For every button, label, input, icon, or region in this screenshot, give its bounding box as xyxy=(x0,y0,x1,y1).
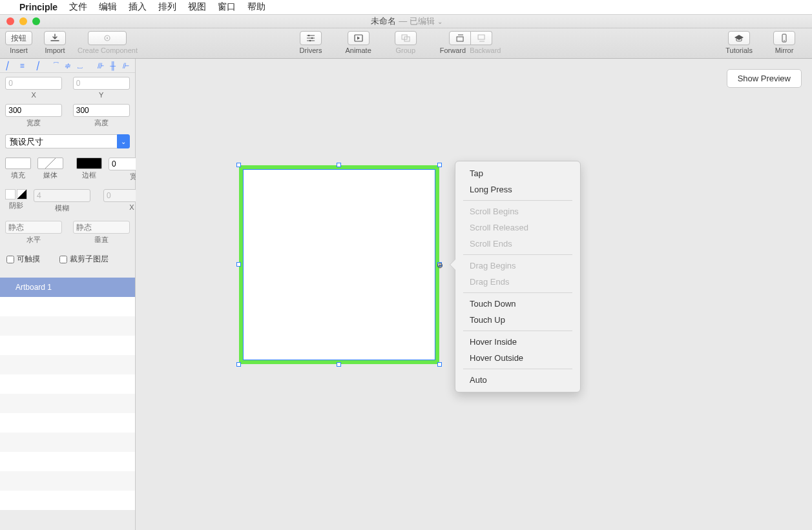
border-swatch[interactable] xyxy=(76,158,102,169)
chevron-down-icon[interactable]: ⌄ xyxy=(117,134,130,148)
backward-label: Backward xyxy=(470,46,501,54)
chevron-down-icon[interactable]: ⌄ xyxy=(437,18,442,25)
distribute-center-icon[interactable]: ╫ xyxy=(107,61,119,70)
y-input[interactable] xyxy=(73,77,130,90)
toolbar-insert: 按钮 Insert xyxy=(5,31,32,54)
group-button[interactable] xyxy=(395,31,417,45)
close-icon[interactable] xyxy=(6,17,14,25)
import-button[interactable] xyxy=(44,31,66,45)
align-center-v-icon[interactable]: ≑ xyxy=(62,61,74,70)
trigger-drag-ends: Drag Ends xyxy=(455,274,580,290)
shadow-color[interactable] xyxy=(17,189,27,199)
animate-button[interactable] xyxy=(348,31,370,45)
toolbar-order: Forward Backward xyxy=(440,31,501,54)
resize-handle-n[interactable] xyxy=(337,163,341,167)
layer-artboard-1[interactable]: Artboard 1 xyxy=(0,278,135,297)
shadow-checkbox[interactable] xyxy=(5,189,16,199)
h-scroll-label: 水平 xyxy=(26,235,41,245)
resize-handle-nw[interactable] xyxy=(236,163,241,167)
height-label: 高度 xyxy=(94,118,109,128)
width-label: 宽度 xyxy=(26,118,41,128)
trigger-long-press[interactable]: Long Press xyxy=(455,181,580,198)
align-left-icon[interactable]: ▏ xyxy=(4,61,16,70)
svg-rect-8 xyxy=(457,37,463,41)
list-item xyxy=(0,336,135,355)
trigger-auto[interactable]: Auto xyxy=(455,372,580,388)
distribute-h-icon[interactable]: ⊪ xyxy=(94,61,106,70)
resize-handle-sw[interactable] xyxy=(236,362,241,367)
fill-swatch[interactable] xyxy=(5,158,31,169)
trigger-hover-inside[interactable]: Hover Inside xyxy=(455,334,580,350)
svg-point-3 xyxy=(311,37,313,39)
shadow-label: 阴影 xyxy=(9,201,23,210)
trigger-hover-outside[interactable]: Hover Outside xyxy=(455,350,580,366)
trigger-touch-down[interactable]: Touch Down xyxy=(455,296,580,312)
height-input[interactable] xyxy=(73,104,130,117)
clip-checkbox[interactable]: 裁剪子图层 xyxy=(59,254,109,265)
menu-edit[interactable]: 编辑 xyxy=(99,1,117,13)
drivers-button[interactable] xyxy=(300,31,322,45)
menu-view[interactable]: 视图 xyxy=(188,1,206,13)
separator xyxy=(463,254,572,255)
align-right-icon[interactable]: ▕ xyxy=(29,61,41,70)
preset-select[interactable]: 预设尺寸 xyxy=(5,134,117,148)
trigger-scroll-begins: Scroll Begins xyxy=(455,203,580,219)
align-center-h-icon[interactable]: ≡ xyxy=(17,61,28,70)
tutorials-button[interactable] xyxy=(728,31,750,45)
import-icon xyxy=(50,34,60,43)
mirror-button[interactable] xyxy=(773,31,795,45)
zoom-icon[interactable] xyxy=(32,17,40,25)
toolbar: 按钮 Insert Import Create Component Driver… xyxy=(0,28,812,59)
resize-handle-s[interactable] xyxy=(337,362,341,367)
resize-handle-ne[interactable] xyxy=(437,163,442,167)
drivers-icon xyxy=(306,34,316,43)
phone-icon xyxy=(779,34,789,43)
list-item xyxy=(0,355,135,374)
create-component-label: Create Component xyxy=(78,46,138,54)
touchable-checkbox[interactable]: 可触摸 xyxy=(6,254,40,265)
app-name[interactable]: Principle xyxy=(19,2,57,12)
menu-window[interactable]: 窗口 xyxy=(218,1,236,13)
trigger-scroll-ends: Scroll Ends xyxy=(455,236,580,252)
minimize-icon[interactable] xyxy=(19,17,27,25)
align-top-icon[interactable]: ⎴ xyxy=(49,61,61,70)
group-icon xyxy=(401,34,411,43)
x-input[interactable] xyxy=(5,77,62,90)
forward-button[interactable] xyxy=(449,31,471,45)
canvas[interactable]: Show Preview ⊕ Tap Long Press Scroll Beg… xyxy=(136,59,812,530)
align-bottom-icon[interactable]: ⎵ xyxy=(74,61,86,70)
inspector: X Y 宽度 高度 xyxy=(0,73,135,278)
width-input[interactable] xyxy=(5,104,62,117)
trigger-touch-up[interactable]: Touch Up xyxy=(455,312,580,328)
show-preview-button[interactable]: Show Preview xyxy=(727,69,802,88)
menu-insert[interactable]: 插入 xyxy=(129,1,147,13)
resize-handle-w[interactable] xyxy=(236,262,241,267)
toolbar-group: Group xyxy=(395,31,417,54)
shadow-size-input xyxy=(34,189,90,202)
import-label: Import xyxy=(45,46,65,54)
trigger-tap[interactable]: Tap xyxy=(455,165,580,181)
menu-help[interactable]: 帮助 xyxy=(247,1,265,13)
svg-point-11 xyxy=(784,40,785,41)
separator xyxy=(463,292,572,293)
backward-button[interactable] xyxy=(471,31,492,45)
svg-point-1 xyxy=(107,37,108,39)
group-label: Group xyxy=(395,46,415,54)
main-area: ▏ ≡ ▕ ⎴ ≑ ⎵ ⊪ ╫ ⊩ X xyxy=(0,59,812,530)
media-swatch[interactable] xyxy=(37,158,63,169)
gear-icon xyxy=(102,34,112,43)
list-item xyxy=(0,297,135,316)
menu-arrange[interactable]: 排列 xyxy=(158,1,176,13)
connection-handle[interactable]: ⊕ xyxy=(437,262,443,269)
v-scroll-select[interactable]: 静态 xyxy=(73,221,130,234)
insert-button[interactable]: 按钮 xyxy=(5,31,32,45)
create-component-button[interactable] xyxy=(88,31,127,45)
resize-handle-se[interactable] xyxy=(437,362,442,367)
trigger-scroll-released: Scroll Released xyxy=(455,219,580,236)
menu-file[interactable]: 文件 xyxy=(69,1,87,13)
artboard[interactable]: ⊕ xyxy=(239,165,439,364)
h-scroll-select[interactable]: 静态 xyxy=(5,221,62,234)
blur-label: 模糊 xyxy=(55,203,69,213)
distribute-v-icon[interactable]: ⊩ xyxy=(120,61,131,70)
preset-size[interactable]: 预设尺寸 ⌄ xyxy=(5,134,130,148)
